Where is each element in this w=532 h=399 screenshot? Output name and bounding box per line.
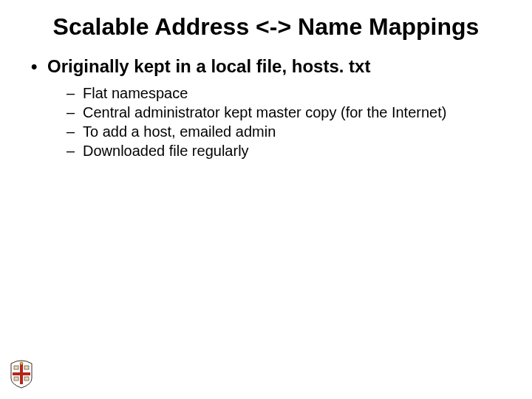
- bullet-item: Originally kept in a local file, hosts. …: [27, 55, 510, 160]
- sub-text: Central administrator kept master copy (…: [83, 104, 446, 120]
- bullet-list: Originally kept in a local file, hosts. …: [22, 55, 510, 160]
- sub-item: Flat namespace: [66, 83, 510, 103]
- sub-text: To add a host, emailed admin: [83, 123, 276, 140]
- slide: Scalable Address <-> Name Mappings Origi…: [0, 0, 532, 399]
- svg-rect-1: [13, 372, 30, 375]
- sub-item: Downloaded file regularly: [66, 141, 510, 160]
- svg-point-6: [20, 362, 23, 365]
- sub-list: Flat namespace Central administrator kep…: [47, 83, 510, 160]
- svg-rect-2: [14, 366, 18, 369]
- brown-university-logo-icon: [10, 359, 33, 389]
- slide-title: Scalable Address <-> Name Mappings: [22, 13, 510, 41]
- sub-text: Downloaded file regularly: [83, 143, 249, 159]
- bullet-text: Originally kept in a local file, hosts. …: [47, 56, 370, 76]
- svg-rect-4: [14, 377, 18, 381]
- svg-rect-5: [24, 377, 29, 381]
- sub-item: Central administrator kept master copy (…: [66, 103, 510, 122]
- sub-item: To add a host, emailed admin: [66, 122, 510, 141]
- sub-text: Flat namespace: [83, 85, 188, 101]
- svg-rect-3: [24, 366, 29, 369]
